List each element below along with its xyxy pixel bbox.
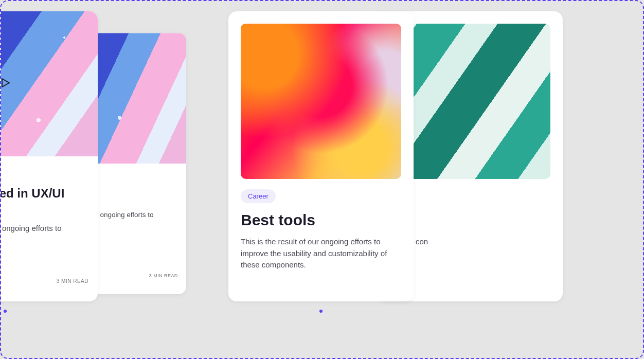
card-title: Best tools [241, 211, 401, 229]
read-time: 3 MIN READ [57, 278, 88, 284]
card-a-center[interactable]: Label Best tools used in UX/UI Designers… [0, 11, 98, 301]
card-footer: Olivia 3 MIN READ [0, 275, 88, 301]
card-description: This is the result of our ongoing effort… [0, 223, 88, 245]
card-description: This is the result of our ongoing effort… [241, 236, 401, 271]
gradient-art [390, 24, 550, 179]
card-image [0, 11, 98, 156]
card-tag[interactable]: Career [241, 189, 276, 203]
carousel-a-stack: Label s This is the result of our ongoin… [0, 11, 154, 301]
card-body: Label Best tools used in UX/UI Designers… [0, 156, 98, 301]
read-time: 3 MIN READ [149, 273, 178, 278]
marble-art [0, 11, 98, 156]
card-title: Best tools used in UX/UI Designers [0, 186, 88, 217]
card-image [241, 24, 401, 179]
card-b-center[interactable]: Career Best tools This is the result of … [228, 11, 414, 301]
carousel-a: Label s This is the result of our ongoin… [0, 11, 154, 313]
carousel-b: Career Best tools This is the result of … [172, 11, 470, 313]
pagination-dot[interactable] [4, 310, 7, 313]
pagination-dot[interactable] [319, 310, 323, 313]
canvas: Label s This is the result of our ongoin… [0, 0, 644, 359]
carousel-container: Label s This is the result of our ongoin… [0, 1, 470, 323]
card-image [390, 24, 550, 179]
play-icon[interactable] [0, 77, 11, 91]
card-description: Thi the con [390, 236, 550, 248]
gradient-art [241, 24, 401, 179]
card-label: Label [0, 172, 88, 180]
card-title: B [390, 211, 550, 229]
carousel-b-stack: Career Best tools This is the result of … [172, 11, 470, 301]
